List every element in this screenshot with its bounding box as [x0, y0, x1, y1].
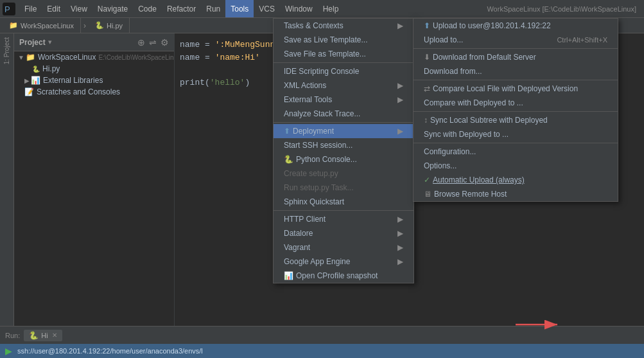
app-logo: P — [3, 3, 15, 15]
root-name: WorkSpaceLinux — [38, 53, 96, 62]
breadcrumb-separator: › — [81, 21, 89, 30]
shortcut-label: Ctrl+Alt+Shift+X — [544, 36, 607, 44]
workspace-title: WorkSpaceLinux [E:\CodeLib\WorkSpaceLinu… — [487, 5, 641, 13]
deploy-options[interactable]: Options... — [413, 159, 618, 173]
deploy-sep-1 — [413, 48, 618, 49]
menu-sphinx[interactable]: Sphinx Quickstart — [274, 195, 413, 209]
menu-item-label: Analyze Stack Trace... — [284, 109, 360, 118]
menu-item-label: Tasks & Contexts — [284, 21, 344, 30]
menu-item-label: Automatic Upload (always) — [433, 175, 525, 184]
header-icons: ⊕ ⇌ ⚙ — [137, 37, 169, 48]
deploy-compare-local[interactable]: ⇄ Compare Local File with Deployed Versi… — [413, 82, 618, 96]
deploy-sync-with[interactable]: Sync with Deployed to ... — [413, 127, 618, 141]
project-tab-label: WorkSpaceLinux — [21, 22, 74, 30]
menu-ssh-session[interactable]: Start SSH session... — [274, 138, 413, 152]
menu-item-label: Create setup.py — [284, 169, 338, 178]
menu-save-file-template[interactable]: Save File as Template... — [274, 47, 413, 61]
menu-save-live-template[interactable]: Save as Live Template... — [274, 33, 413, 47]
project-header: Project ▾ ⊕ ⇌ ⚙ — [14, 33, 174, 51]
menu-item-label: IDE Scripting Console — [284, 67, 359, 76]
menu-http-client[interactable]: HTTP Client ▶ — [274, 212, 413, 226]
deploy-upload-to[interactable]: Upload to... Ctrl+Alt+Shift+X — [413, 33, 618, 47]
menu-item-label: HTTP Client — [284, 215, 326, 224]
menu-xml-actions[interactable]: XML Actions ▶ — [274, 78, 413, 93]
menu-navigate[interactable]: Navigate — [92, 0, 133, 17]
deploy-download-default[interactable]: ⬇ Download from Default Server — [413, 50, 618, 64]
menu-external-tools[interactable]: External Tools ▶ — [274, 93, 413, 107]
tools-menu: Tasks & Contexts ▶ Save as Live Template… — [273, 18, 414, 283]
deploy-download-from[interactable]: Download from... — [413, 64, 618, 78]
menu-analyze-stack[interactable]: Analyze Stack Trace... — [274, 107, 413, 121]
menu-item-label: Sync Local Subtree with Deployed — [430, 116, 548, 125]
deploy-compare-with[interactable]: Compare with Deployed to ... — [413, 96, 618, 110]
menu-google-app-engine[interactable]: Google App Engine ▶ — [274, 255, 413, 269]
menu-python-console[interactable]: 🐍 Python Console... — [274, 152, 413, 166]
layout-icon[interactable]: ⇌ — [149, 37, 157, 48]
menu-separator-1 — [274, 62, 413, 63]
menu-tools[interactable]: Tools — [225, 0, 254, 17]
menubar: P File Edit View Navigate Code Refactor … — [0, 0, 644, 18]
settings-icon[interactable]: ⚙ — [161, 37, 169, 48]
deploy-sep-4 — [413, 143, 618, 143]
target-icon[interactable]: ⊕ — [137, 37, 145, 48]
menu-item-label: Upload to... — [424, 35, 463, 44]
menu-tasks-contexts[interactable]: Tasks & Contexts ▶ — [274, 19, 413, 33]
tree-file-hi[interactable]: 🐍 Hi.py — [14, 63, 174, 75]
scratches-name: Scratches and Consoles — [37, 87, 120, 96]
menu-run[interactable]: Run — [201, 0, 225, 17]
menu-item-label: Start SSH session... — [284, 141, 352, 150]
menu-item-label: Sync with Deployed to ... — [424, 130, 509, 139]
menu-item-label: Google App Engine — [284, 257, 350, 266]
menu-file[interactable]: File — [19, 0, 42, 17]
red-arrow-indicator — [516, 315, 567, 336]
submenu-arrow-icon: ▶ — [385, 215, 403, 224]
python-file-icon: 🐍 — [32, 66, 40, 73]
checkmark-icon: ✓ — [424, 175, 430, 184]
submenu-arrow-icon: ▶ — [385, 127, 403, 136]
project-tree: Project ▾ ⊕ ⇌ ⚙ ▼ 📁 WorkSpaceLinux E:\Co… — [14, 33, 175, 326]
run-tab[interactable]: 🐍 Hi ✕ — [24, 330, 62, 341]
file-tab[interactable]: 🐍 Hi.py — [89, 18, 130, 33]
menu-item-label: Save File as Template... — [284, 49, 366, 58]
play-button[interactable]: ▶ — [5, 346, 12, 356]
deployment-submenu: ⬆ Upload to user@180.201.4.192:22 Upload… — [413, 18, 618, 202]
menu-item-label: Python Console... — [296, 155, 357, 164]
menu-vcs[interactable]: VCS — [254, 0, 280, 17]
menu-cprofile[interactable]: 📊 Open CProfile snapshot — [274, 269, 413, 283]
menu-separator-2 — [274, 122, 413, 123]
deploy-auto-upload[interactable]: ✓ Automatic Upload (always) — [413, 173, 618, 187]
menu-item-label: Download from... — [424, 67, 482, 76]
tree-root[interactable]: ▼ 📁 WorkSpaceLinux E:\CodeLib\WorkSpaceL… — [14, 51, 174, 63]
menu-code[interactable]: Code — [133, 0, 162, 17]
menu-datalore[interactable]: Datalore ▶ — [274, 226, 413, 240]
deploy-browse-remote[interactable]: 🖥 Browse Remote Host — [413, 187, 618, 201]
submenu-arrow-icon: ▶ — [385, 243, 403, 252]
file-tab-icon: 🐍 — [95, 21, 104, 30]
menu-edit[interactable]: Edit — [42, 0, 65, 17]
menu-separator-3 — [274, 210, 413, 211]
folder-icon: 📁 — [9, 21, 18, 30]
menu-item-label: Options... — [424, 161, 457, 170]
menu-item-label: Sphinx Quickstart — [284, 197, 344, 206]
menu-deployment[interactable]: ⬆ Deployment ▶ — [274, 124, 413, 138]
run-label: Run: — [5, 332, 20, 339]
deploy-sync-local[interactable]: ↕ Sync Local Subtree with Deployed — [413, 113, 618, 127]
sidebar-panel: 1: Project — [0, 33, 14, 326]
browse-icon: 🖥 — [424, 190, 431, 199]
arrow-icon: ▼ — [18, 54, 24, 61]
submenu-arrow-icon: ▶ — [385, 81, 403, 90]
menu-window[interactable]: Window — [280, 0, 318, 17]
menu-ide-scripting[interactable]: IDE Scripting Console — [274, 64, 413, 78]
project-tab[interactable]: 📁 WorkSpaceLinux — [3, 18, 81, 33]
tree-external-libs[interactable]: ▶ 📊 External Libraries — [14, 75, 174, 86]
close-tab-icon[interactable]: ✕ — [52, 332, 57, 339]
menu-view[interactable]: View — [65, 0, 92, 17]
menu-help[interactable]: Help — [318, 0, 344, 17]
deploy-configuration[interactable]: Configuration... — [413, 145, 618, 159]
menu-vagrant[interactable]: Vagrant ▶ — [274, 240, 413, 255]
menu-refactor[interactable]: Refactor — [162, 0, 201, 17]
menu-item-label: Compare with Deployed to ... — [424, 98, 523, 107]
run-tab-label: Hi — [41, 332, 48, 339]
deploy-upload-to-user[interactable]: ⬆ Upload to user@180.201.4.192:22 — [413, 19, 618, 33]
tree-scratches[interactable]: 📝 Scratches and Consoles — [14, 86, 174, 98]
